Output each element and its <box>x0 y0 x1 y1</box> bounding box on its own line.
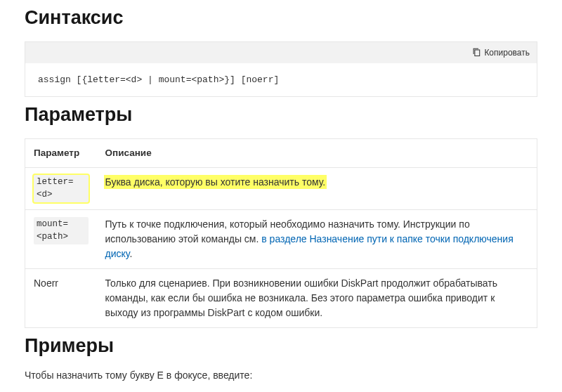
copy-icon <box>472 47 481 59</box>
parameters-table: Параметр Описание letter=<d> Буква диска… <box>25 138 537 328</box>
param-cell: Noerr <box>25 269 97 328</box>
syntax-code: assign [{letter=<d> | mount=<path>}] [no… <box>25 63 537 96</box>
param-plain: Noerr <box>34 277 58 289</box>
copy-label: Копировать <box>484 48 530 58</box>
table-row: mount=<path> Путь к точке подключения, к… <box>25 210 537 269</box>
heading-syntax: Синтаксис <box>25 7 537 29</box>
table-header-row: Параметр Описание <box>25 139 537 168</box>
table-row: Noerr Только для сценариев. При возникно… <box>25 269 537 328</box>
svg-rect-0 <box>475 50 480 56</box>
desc-cell: Буква диска, которую вы хотите назначить… <box>97 168 537 210</box>
desc-text: Буква диска, которую вы хотите назначить… <box>105 176 326 188</box>
table-row: letter=<d> Буква диска, которую вы хотит… <box>25 168 537 210</box>
col-param: Параметр <box>25 139 97 168</box>
param-code: letter=<d> <box>34 175 89 202</box>
copy-button[interactable]: Копировать <box>472 47 530 59</box>
col-desc: Описание <box>97 139 537 168</box>
desc-text: Только для сценариев. При возникновении … <box>105 277 497 318</box>
param-cell: letter=<d> <box>25 168 97 210</box>
heading-parameters: Параметры <box>25 104 537 126</box>
desc-cell: Только для сценариев. При возникновении … <box>97 269 537 328</box>
code-toolbar: Копировать <box>25 42 537 63</box>
syntax-code-block: Копировать assign [{letter=<d> | mount=<… <box>25 41 537 97</box>
desc-suffix: . <box>129 248 132 259</box>
param-cell: mount=<path> <box>25 210 97 269</box>
desc-cell: Путь к точке подключения, который необхо… <box>97 210 537 269</box>
examples-intro: Чтобы назначить тому букву E в фокусе, в… <box>25 370 537 381</box>
heading-examples: Примеры <box>25 335 537 357</box>
param-code: mount=<path> <box>34 217 89 244</box>
